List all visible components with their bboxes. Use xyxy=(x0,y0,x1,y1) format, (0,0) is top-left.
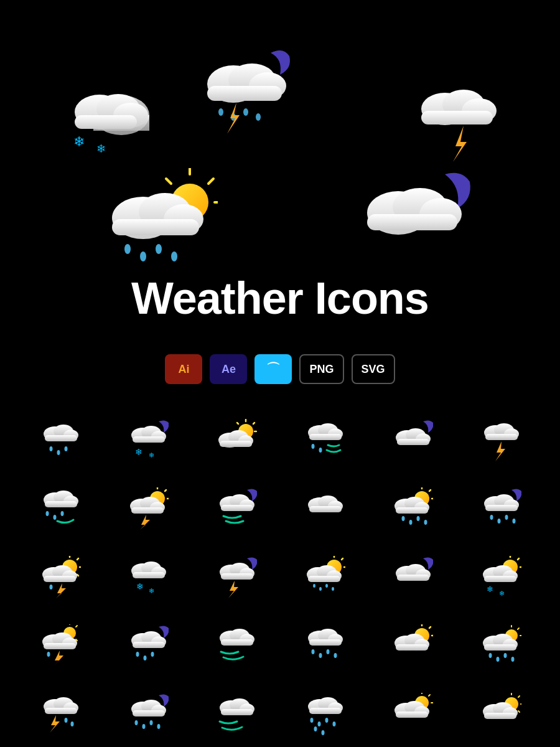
svg-point-33 xyxy=(156,244,162,254)
icon-rain xyxy=(19,409,101,471)
svg-point-66 xyxy=(319,448,322,453)
svg-point-150 xyxy=(313,584,315,588)
svg-rect-5 xyxy=(75,115,137,129)
svg-rect-64 xyxy=(309,434,342,440)
svg-rect-140 xyxy=(221,573,253,580)
svg-point-151 xyxy=(319,587,322,591)
svg-rect-20 xyxy=(421,111,493,125)
icon-wind-cloud xyxy=(195,614,277,677)
svg-line-26 xyxy=(166,179,171,184)
svg-rect-157 xyxy=(397,575,429,581)
svg-rect-227 xyxy=(133,710,165,716)
svg-point-110 xyxy=(417,516,420,521)
svg-marker-91 xyxy=(140,515,150,530)
icon-night-rain-2 xyxy=(107,614,189,677)
svg-point-184 xyxy=(151,652,154,657)
svg-rect-38 xyxy=(367,214,457,230)
icon-sun-cloud-2 xyxy=(371,614,454,677)
svg-point-153 xyxy=(332,587,334,591)
svg-line-102 xyxy=(429,490,431,491)
svg-line-199 xyxy=(429,627,431,628)
svg-text:❄: ❄ xyxy=(499,590,505,597)
svg-point-43 xyxy=(49,446,52,451)
svg-line-122 xyxy=(77,558,78,560)
hero-night-cloud-icon xyxy=(348,168,473,261)
svg-point-116 xyxy=(490,515,493,520)
icon-moon-sun-2 xyxy=(459,683,541,745)
icon-wind-cloud-2 xyxy=(195,683,277,745)
icon-cloud xyxy=(283,477,365,540)
svg-marker-141 xyxy=(228,581,238,598)
svg-line-256 xyxy=(518,696,520,697)
page-title: Weather Icons xyxy=(131,274,429,323)
svg-point-118 xyxy=(505,515,508,520)
svg-rect-175 xyxy=(44,643,76,649)
svg-point-119 xyxy=(513,519,516,524)
svg-rect-181 xyxy=(133,642,165,648)
svg-point-242 xyxy=(325,718,328,723)
badge-svg[interactable]: SVG xyxy=(352,354,395,384)
badge-png[interactable]: PNG xyxy=(299,354,343,384)
svg-line-207 xyxy=(518,628,519,629)
svg-point-82 xyxy=(60,511,63,516)
hero-snow-icon: ❄ ❄ xyxy=(62,81,162,162)
hero-thunderstorm-night-icon xyxy=(187,44,299,137)
svg-marker-21 xyxy=(453,126,467,162)
svg-point-129 xyxy=(49,585,52,590)
icon-thunder-rain xyxy=(19,614,101,677)
svg-rect-188 xyxy=(221,639,253,646)
svg-line-24 xyxy=(208,179,213,184)
icon-sun-thunder xyxy=(19,546,101,608)
svg-rect-79 xyxy=(45,501,77,507)
svg-marker-16 xyxy=(227,103,240,134)
badge-storybook[interactable]: ⌒ xyxy=(254,354,292,384)
svg-point-80 xyxy=(45,511,49,516)
svg-point-240 xyxy=(310,718,313,723)
svg-text:❄: ❄ xyxy=(96,143,106,155)
svg-rect-134 xyxy=(133,572,165,578)
icon-wind-rain xyxy=(283,409,365,471)
svg-marker-177 xyxy=(54,651,63,667)
svg-rect-149 xyxy=(308,576,340,582)
svg-point-231 xyxy=(157,724,161,729)
svg-point-243 xyxy=(332,721,335,726)
svg-line-258 xyxy=(518,711,520,712)
svg-marker-75 xyxy=(495,441,505,461)
hero-partly-cloudy-rain-icon xyxy=(93,168,218,274)
badge-ae[interactable]: Ae xyxy=(210,354,247,384)
icon-grid: ❄ ❄ xyxy=(0,397,560,747)
svg-point-215 xyxy=(504,653,507,658)
svg-rect-192 xyxy=(309,639,342,646)
svg-point-34 xyxy=(171,251,177,261)
svg-point-65 xyxy=(311,444,314,449)
svg-point-182 xyxy=(136,652,139,657)
svg-point-230 xyxy=(150,720,153,725)
icon-night-rain-3 xyxy=(107,683,189,745)
svg-rect-70 xyxy=(397,439,429,445)
icon-partly-cloudy-sun xyxy=(195,409,277,471)
icon-thunder-rain-2 xyxy=(19,683,101,745)
hero-section: ❄ ❄ xyxy=(0,0,560,397)
icon-snow-cloud: ❄ ❄ xyxy=(107,546,189,608)
icon-sun-snow: ❄ ❄ xyxy=(459,546,541,608)
svg-rect-115 xyxy=(485,505,518,511)
svg-rect-90 xyxy=(131,507,164,514)
svg-point-111 xyxy=(424,520,427,525)
icon-thunder-cloud-1 xyxy=(459,409,541,471)
icon-wind-rain-2 xyxy=(19,477,101,540)
svg-text:❄: ❄ xyxy=(73,134,85,149)
svg-point-45 xyxy=(64,446,67,451)
icon-sun-drizzle xyxy=(283,546,365,608)
svg-point-216 xyxy=(511,657,515,662)
svg-point-15 xyxy=(256,113,261,121)
svg-line-248 xyxy=(429,695,430,696)
icon-moon-sun xyxy=(459,614,541,677)
svg-text:❄: ❄ xyxy=(135,447,142,457)
svg-point-183 xyxy=(144,655,147,660)
badge-ai[interactable]: Ai xyxy=(165,354,202,384)
svg-rect-95 xyxy=(221,505,253,511)
icon-night-cloud-1 xyxy=(371,409,454,471)
svg-line-144 xyxy=(342,558,343,560)
svg-point-31 xyxy=(124,244,131,254)
svg-text:❄: ❄ xyxy=(487,585,493,594)
